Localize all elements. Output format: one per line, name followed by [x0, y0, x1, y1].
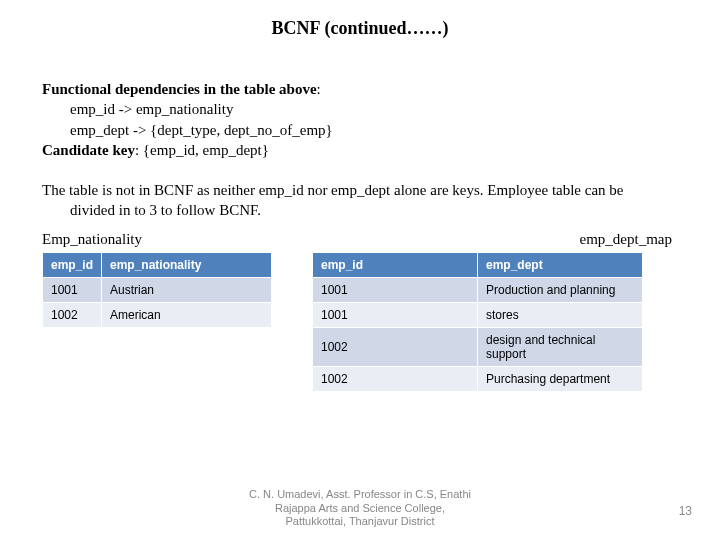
ck-value: {emp_id, emp_dept}: [143, 142, 269, 158]
fd-heading: Functional dependencies in the table abo…: [42, 79, 678, 99]
footer: C. N. Umadevi, Asst. Professor in C.S, E…: [0, 488, 720, 528]
table-row: 1001 stores: [313, 302, 643, 327]
footer-line2: Rajappa Arts and Science College,: [249, 502, 471, 515]
cell: 1002: [313, 327, 478, 366]
table-row: emp_id emp_nationality: [43, 252, 272, 277]
cell: American: [102, 302, 272, 327]
table1-caption: Emp_nationality: [42, 231, 142, 248]
cell: 1002: [313, 366, 478, 391]
fd-block: Functional dependencies in the table abo…: [42, 79, 678, 160]
col-header: emp_id: [313, 252, 478, 277]
tables-row: emp_id emp_nationality 1001 Austrian 100…: [42, 252, 678, 392]
table-emp-nationality: emp_id emp_nationality 1001 Austrian 100…: [42, 252, 272, 328]
fd-label: Functional dependencies in the table abo…: [42, 81, 317, 97]
paragraph-block: The table is not in BCNF as neither emp_…: [42, 180, 678, 221]
slide-body: BCNF (continued……) Functional dependenci…: [0, 0, 720, 392]
ck-label: Candidate key: [42, 142, 135, 158]
table1-wrap: emp_id emp_nationality 1001 Austrian 100…: [42, 252, 272, 328]
page-number: 13: [679, 504, 692, 518]
table-row: 1002 design and technical support: [313, 327, 643, 366]
table-row: 1001 Austrian: [43, 277, 272, 302]
cell: Austrian: [102, 277, 272, 302]
cell: design and technical support: [478, 327, 643, 366]
cell: Production and planning: [478, 277, 643, 302]
table-emp-dept-map: emp_id emp_dept 1001 Production and plan…: [312, 252, 643, 392]
col-header: emp_id: [43, 252, 102, 277]
fd-line2: emp_dept -> {dept_type, dept_no_of_emp}: [42, 120, 678, 140]
footer-line1: C. N. Umadevi, Asst. Professor in C.S, E…: [249, 488, 471, 501]
cell: 1001: [43, 277, 102, 302]
page-title: BCNF (continued……): [42, 18, 678, 39]
table-row: 1002 American: [43, 302, 272, 327]
footer-line3: Pattukkottai, Thanjavur District: [249, 515, 471, 528]
cell: 1001: [313, 277, 478, 302]
paragraph-line2: divided in to 3 to follow BCNF.: [42, 200, 678, 220]
table-row: 1002 Purchasing department: [313, 366, 643, 391]
table2-wrap: emp_id emp_dept 1001 Production and plan…: [312, 252, 643, 392]
cell: stores: [478, 302, 643, 327]
table-row: emp_id emp_dept: [313, 252, 643, 277]
cell: Purchasing department: [478, 366, 643, 391]
ck-line: Candidate key: {emp_id, emp_dept}: [42, 140, 678, 160]
paragraph-line1: The table is not in BCNF as neither emp_…: [42, 180, 678, 200]
col-header: emp_nationality: [102, 252, 272, 277]
cell: 1001: [313, 302, 478, 327]
cell: 1002: [43, 302, 102, 327]
table2-caption: emp_dept_map: [338, 231, 678, 248]
fd-line1: emp_id -> emp_nationality: [42, 99, 678, 119]
table-row: 1001 Production and planning: [313, 277, 643, 302]
col-header: emp_dept: [478, 252, 643, 277]
